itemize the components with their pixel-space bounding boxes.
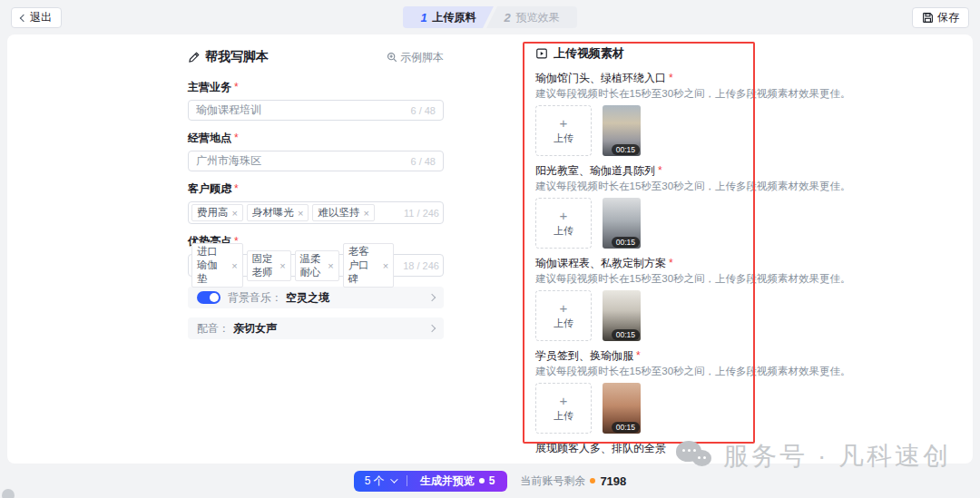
voiceover-label: 配音：: [197, 321, 230, 337]
form-title: 帮我写脚本: [205, 49, 269, 65]
field-label-business-location: 经营地点*: [188, 131, 444, 146]
save-button[interactable]: 保存: [912, 7, 969, 28]
watermark-text: 服务号 · 凡科速创: [723, 439, 951, 474]
main-business-input[interactable]: [196, 104, 405, 117]
step-upload-materials[interactable]: 1 上传原料: [403, 6, 494, 28]
duration-badge: 00:15: [612, 237, 640, 248]
step-preview-effect[interactable]: 2 预览效果: [486, 6, 577, 28]
background-music-row[interactable]: 背景音乐： 空灵之境: [188, 287, 444, 308]
duration-badge: 00:15: [612, 144, 640, 155]
section-title: 瑜伽馆门头、绿植环绕入口*: [535, 72, 742, 84]
coin-icon: [590, 478, 595, 483]
pencil-icon: [188, 51, 201, 63]
video-thumbnail[interactable]: 00:15: [603, 105, 641, 156]
exit-button[interactable]: 退出: [11, 7, 62, 28]
char-counter: 11 / 246: [404, 208, 439, 219]
upload-button[interactable]: + 上传: [535, 105, 592, 156]
section-hint: 建议每段视频时长在15秒至30秒之间，上传多段视频素材效果更佳。: [535, 87, 742, 100]
remove-tag-icon[interactable]: ×: [363, 208, 368, 219]
form-title-row: 帮我写脚本: [188, 49, 269, 65]
char-counter: 18 / 246: [403, 260, 439, 271]
remove-tag-icon[interactable]: ×: [298, 208, 303, 219]
upload-label: 上传: [554, 317, 573, 330]
magnifier-icon: [387, 52, 397, 63]
upload-button[interactable]: + 上传: [535, 198, 592, 249]
char-counter: 6 / 48: [410, 105, 436, 116]
script-form: 帮我写脚本 示例脚本 主营业务* 6 / 48 经营地点* 6 / 48: [188, 49, 444, 348]
upload-section: 瑜伽课程表、私教定制方案* 建议每段视频时长在15秒至30秒之间，上传多段视频素…: [535, 257, 742, 341]
advantages-field[interactable]: 进口瑜伽垫× 固定老师× 温柔耐心× 老客户口碑× 18 / 246: [188, 254, 444, 277]
section-hint: 建议每段视频时长在15秒至30秒之间，上传多段视频素材效果更佳。: [535, 180, 742, 192]
tag-chip[interactable]: 温柔耐心×: [295, 250, 339, 281]
floating-helper-icon[interactable]: [2, 489, 15, 498]
chevron-right-icon: [428, 325, 436, 332]
tag-chip[interactable]: 进口瑜伽垫×: [191, 243, 243, 288]
upload-section: 阳光教室、瑜伽道具陈列* 建议每段视频时长在15秒至30秒之间，上传多段视频素材…: [535, 164, 742, 249]
page: 退出 1 上传原料 2 预览效果 保存: [0, 0, 980, 498]
tag-chip[interactable]: 身材曝光×: [247, 204, 309, 221]
business-location-input[interactable]: [196, 155, 405, 168]
required-asterisk: *: [636, 349, 641, 362]
upload-button[interactable]: + 上传: [535, 383, 592, 434]
generate-button[interactable]: 5 个 生成并预览 5: [354, 471, 508, 492]
remove-tag-icon[interactable]: ×: [231, 260, 237, 271]
section-title: 瑜伽课程表、私教定制方案*: [535, 257, 742, 269]
generate-preview-action[interactable]: 生成并预览 5: [407, 474, 508, 489]
required-asterisk: *: [669, 72, 673, 84]
tag-chip[interactable]: 老客户口碑×: [343, 243, 395, 288]
example-script-link[interactable]: 示例脚本: [387, 50, 444, 65]
chevron-left-icon: [20, 14, 27, 21]
field-label-customer-concerns: 客户顾虑*: [188, 181, 444, 197]
plus-icon: +: [560, 302, 568, 315]
tag-chip[interactable]: 固定老师×: [247, 250, 291, 281]
upload-label: 上传: [554, 409, 573, 423]
duration-badge: 00:15: [612, 329, 640, 340]
exit-label: 退出: [30, 10, 52, 25]
step-number: 1: [420, 11, 426, 24]
required-asterisk: *: [234, 132, 239, 144]
remove-tag-icon[interactable]: ×: [328, 260, 333, 271]
upload-panel-header: 上传视频素材: [535, 45, 742, 62]
section-hint: 建议每段视频时长在15秒至30秒之间，上传多段视频素材效果更佳。: [535, 365, 742, 377]
video-icon: [535, 47, 548, 60]
customer-concerns-field[interactable]: 费用高× 身材曝光× 难以坚持× 11 / 246: [188, 201, 444, 224]
main-business-field: 6 / 48: [188, 100, 444, 121]
step-label: 上传原料: [433, 10, 476, 25]
topbar: 退出 1 上传原料 2 预览效果 保存: [0, 0, 980, 34]
tag-chip[interactable]: 难以坚持×: [312, 204, 374, 221]
business-location-field: 6 / 48: [188, 151, 444, 171]
video-thumbnail[interactable]: 00:15: [603, 383, 641, 434]
tag-chip[interactable]: 费用高×: [191, 204, 243, 221]
step-number: 2: [504, 11, 510, 24]
account-balance: 当前账号剩余 7198: [520, 474, 626, 489]
wechat-icon: [676, 441, 714, 472]
remove-tag-icon[interactable]: ×: [279, 260, 285, 271]
required-asterisk: *: [234, 182, 239, 195]
save-floppy-icon: [922, 12, 934, 24]
section-title: 学员签到、换瑜伽服*: [535, 349, 742, 362]
section-title: 阳光教室、瑜伽道具陈列*: [535, 164, 742, 177]
upload-section: 学员签到、换瑜伽服* 建议每段视频时长在15秒至30秒之间，上传多段视频素材效果…: [535, 349, 742, 434]
video-thumbnail[interactable]: 00:15: [603, 198, 641, 249]
save-label: 保存: [937, 10, 959, 25]
remove-tag-icon[interactable]: ×: [232, 208, 238, 219]
balance-label: 当前账号剩余: [520, 474, 585, 489]
plus-icon: +: [560, 210, 568, 222]
step-label: 预览效果: [516, 10, 560, 25]
chevron-down-icon: [390, 475, 397, 483]
video-count-dropdown[interactable]: 5 个: [354, 474, 407, 489]
upload-panel-title: 上传视频素材: [554, 45, 624, 62]
balance-value: 7198: [600, 474, 626, 488]
coin-icon: [479, 478, 485, 483]
music-toggle[interactable]: [197, 291, 220, 304]
video-thumbnail[interactable]: 00:15: [603, 290, 641, 341]
music-value: 空灵之境: [286, 290, 329, 306]
upload-panel: 上传视频素材 瑜伽馆门头、绿植环绕入口* 建议每段视频时长在15秒至30秒之间，…: [535, 45, 742, 457]
char-counter: 6 / 48: [410, 156, 436, 167]
voiceover-row[interactable]: 配音： 亲切女声: [188, 317, 444, 339]
stepper: 1 上传原料 2 预览效果: [403, 6, 577, 28]
example-script-label: 示例脚本: [400, 50, 444, 65]
watermark: 服务号 · 凡科速创: [676, 439, 951, 474]
upload-button[interactable]: + 上传: [535, 290, 592, 341]
remove-tag-icon[interactable]: ×: [383, 260, 388, 271]
